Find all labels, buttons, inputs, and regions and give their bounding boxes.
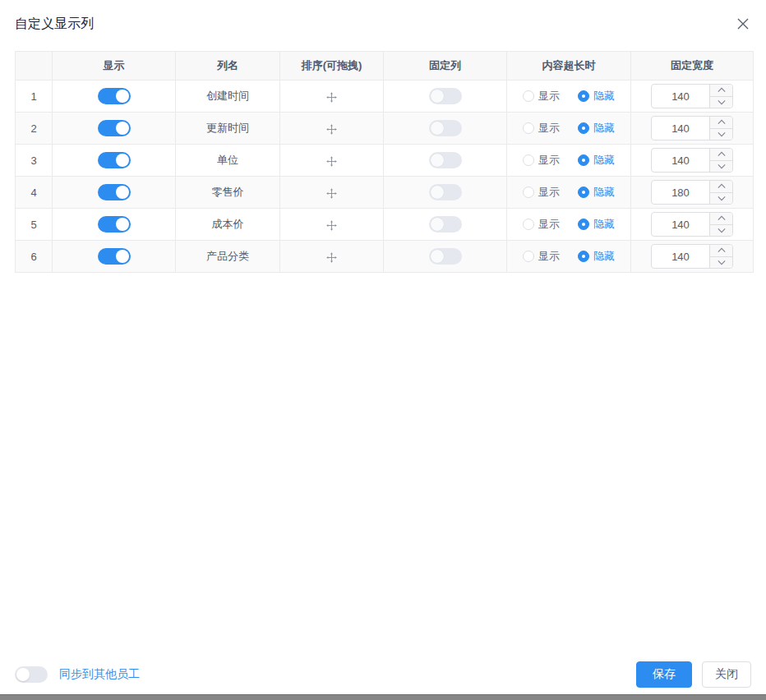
overflow-show-radio[interactable]: 显示 xyxy=(523,89,560,104)
header-show: 显示 xyxy=(53,52,176,81)
fixed-width-input[interactable] xyxy=(652,117,709,140)
drag-move-icon[interactable] xyxy=(326,156,337,167)
show-toggle[interactable] xyxy=(98,120,131,136)
column-name-cell: 零售价 xyxy=(176,177,280,209)
show-toggle[interactable] xyxy=(98,88,131,104)
overflow-radio-group: 显示 隐藏 xyxy=(507,249,630,264)
row-index: 3 xyxy=(30,154,36,167)
row-index: 2 xyxy=(30,122,36,135)
overflow-hide-radio[interactable]: 隐藏 xyxy=(578,153,615,168)
column-name: 创建时间 xyxy=(206,90,249,102)
fixed-column-toggle[interactable] xyxy=(429,216,462,233)
radio-circle-icon xyxy=(523,122,534,134)
radio-circle-icon xyxy=(523,251,534,262)
fixed-column-toggle[interactable] xyxy=(429,184,462,200)
number-spinner xyxy=(709,85,732,108)
header-fixed-column: 固定列 xyxy=(384,52,507,81)
overflow-radio-group: 显示 隐藏 xyxy=(507,153,630,168)
overflow-show-radio[interactable]: 显示 xyxy=(523,217,560,232)
close-icon[interactable] xyxy=(735,16,751,32)
fixed-width-input[interactable] xyxy=(652,149,709,172)
fixed-width-input-group xyxy=(651,180,733,205)
overflow-hide-radio[interactable]: 隐藏 xyxy=(578,217,615,232)
sort-cell xyxy=(280,209,384,241)
table-row: 4 零售价 xyxy=(16,177,754,209)
save-button[interactable]: 保存 xyxy=(636,661,692,688)
dialog-title: 自定义显示列 xyxy=(15,16,94,32)
spinner-down-icon[interactable] xyxy=(710,225,732,237)
fixed-width-input-group xyxy=(651,212,733,237)
drag-move-icon[interactable] xyxy=(326,252,337,263)
number-spinner xyxy=(709,245,732,268)
fixed-width-input-group xyxy=(651,84,733,108)
drag-move-icon[interactable] xyxy=(326,92,337,103)
overflow-show-radio[interactable]: 显示 xyxy=(523,249,560,264)
sort-cell xyxy=(280,241,384,273)
column-name-cell: 产品分类 xyxy=(176,241,280,273)
fixed-column-cell xyxy=(384,209,507,241)
spinner-down-icon[interactable] xyxy=(710,193,732,205)
fixed-width-input-group xyxy=(651,148,733,173)
show-toggle[interactable] xyxy=(98,152,131,168)
fixed-column-toggle[interactable] xyxy=(429,88,462,104)
overflow-hide-radio[interactable]: 隐藏 xyxy=(578,249,615,264)
sync-toggle[interactable] xyxy=(15,666,48,683)
show-cell xyxy=(53,113,176,145)
fixed-column-cell xyxy=(384,113,507,145)
spinner-down-icon[interactable] xyxy=(710,97,732,108)
spinner-up-icon[interactable] xyxy=(710,213,732,225)
overflow-hide-radio[interactable]: 隐藏 xyxy=(578,185,615,200)
overflow-hide-radio[interactable]: 隐藏 xyxy=(578,121,615,136)
fixed-column-toggle[interactable] xyxy=(429,120,462,136)
show-toggle[interactable] xyxy=(98,216,131,233)
row-index: 4 xyxy=(30,187,36,199)
row-index-cell: 2 xyxy=(16,113,53,145)
spinner-up-icon[interactable] xyxy=(710,149,732,161)
fixed-width-input[interactable] xyxy=(652,245,709,268)
column-config-table: 显示 列名 排序(可拖拽) 固定列 内容超长时 固定宽度 1 创建时间 xyxy=(15,51,754,273)
overflow-show-label: 显示 xyxy=(538,121,560,136)
show-toggle[interactable] xyxy=(98,184,131,200)
overflow-cell: 显示 隐藏 xyxy=(507,209,631,241)
fixed-width-input[interactable] xyxy=(652,181,709,204)
close-button[interactable]: 关闭 xyxy=(702,661,751,688)
fixed-column-cell xyxy=(384,145,507,177)
overflow-hide-radio[interactable]: 隐藏 xyxy=(578,89,615,104)
overflow-hide-label: 隐藏 xyxy=(593,185,615,200)
spinner-down-icon[interactable] xyxy=(710,257,732,269)
table-body: 1 创建时间 xyxy=(16,81,754,273)
spinner-up-icon[interactable] xyxy=(710,181,732,193)
overflow-show-radio[interactable]: 显示 xyxy=(523,185,560,200)
drag-move-icon[interactable] xyxy=(326,124,337,135)
fixed-width-input[interactable] xyxy=(652,85,709,108)
fixed-column-toggle[interactable] xyxy=(429,248,462,265)
overflow-show-radio[interactable]: 显示 xyxy=(523,153,560,168)
row-index-cell: 4 xyxy=(16,177,53,209)
fixed-column-toggle[interactable] xyxy=(429,152,462,168)
spinner-up-icon[interactable] xyxy=(710,117,732,129)
radio-circle-icon xyxy=(523,187,534,198)
overflow-show-radio[interactable]: 显示 xyxy=(523,121,560,136)
radio-circle-icon xyxy=(578,187,589,198)
spinner-up-icon[interactable] xyxy=(710,245,732,257)
fixed-width-input[interactable] xyxy=(652,213,709,236)
column-name: 产品分类 xyxy=(206,250,249,262)
spinner-down-icon[interactable] xyxy=(710,161,732,173)
fixed-width-cell xyxy=(631,113,754,145)
header-column-name: 列名 xyxy=(176,52,280,81)
show-toggle[interactable] xyxy=(98,248,131,265)
spinner-down-icon[interactable] xyxy=(710,129,732,140)
fixed-width-cell xyxy=(631,177,754,209)
table-header-row: 显示 列名 排序(可拖拽) 固定列 内容超长时 固定宽度 xyxy=(16,52,754,81)
overflow-cell: 显示 隐藏 xyxy=(507,241,631,273)
overflow-show-label: 显示 xyxy=(538,89,560,104)
fixed-width-cell xyxy=(631,209,754,241)
show-cell xyxy=(53,177,176,209)
drag-move-icon[interactable] xyxy=(326,220,337,231)
column-name-cell: 成本价 xyxy=(176,209,280,241)
column-name-cell: 单位 xyxy=(176,145,280,177)
spinner-up-icon[interactable] xyxy=(710,85,732,97)
row-index: 1 xyxy=(30,90,36,103)
sync-label: 同步到其他员工 xyxy=(59,667,140,682)
drag-move-icon[interactable] xyxy=(326,188,337,199)
